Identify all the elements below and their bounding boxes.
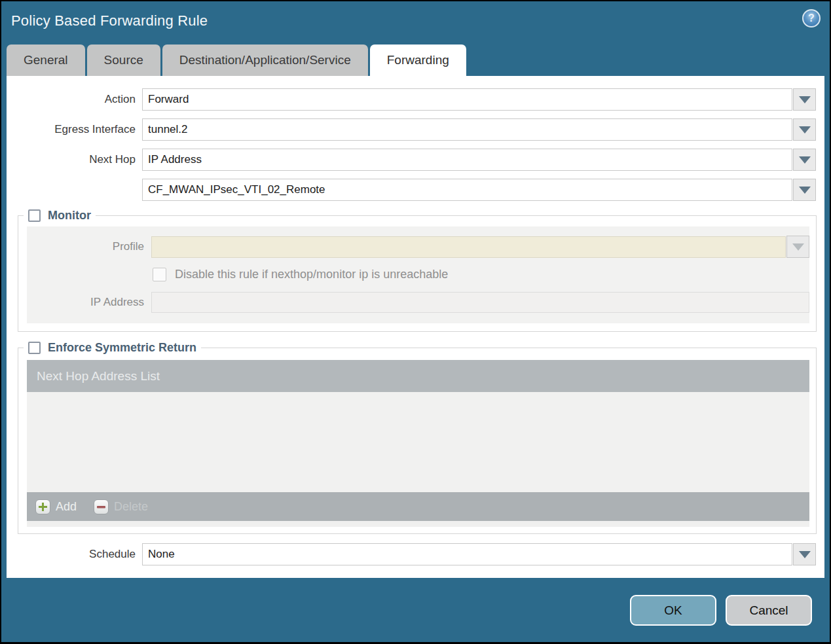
next-hop-address-dropdown-button[interactable] bbox=[793, 179, 816, 201]
symmetric-return-fieldset: Enforce Symmetric Return Next Hop Addres… bbox=[18, 341, 817, 534]
action-dropdown-button[interactable] bbox=[793, 88, 816, 111]
add-plus-icon bbox=[35, 499, 50, 514]
profile-label: Profile bbox=[27, 240, 151, 253]
dialog-footer: OK Cancel bbox=[630, 595, 812, 626]
monitor-legend-label: Monitor bbox=[48, 209, 91, 223]
forwarding-tab-panel: Action Forward Egress Interface tunnel.2… bbox=[7, 76, 824, 578]
action-label: Action bbox=[7, 93, 142, 106]
table-bottom-strip bbox=[27, 521, 809, 527]
dialog-window: Policy Based Forwarding Rule ? General S… bbox=[1, 1, 830, 642]
table-header-next-hop-address-list: Next Hop Address List bbox=[27, 360, 809, 392]
monitor-body: Profile Disable this rule if nexthop/mon… bbox=[27, 226, 809, 323]
cancel-button[interactable]: Cancel bbox=[726, 595, 812, 626]
chevron-down-icon bbox=[799, 187, 811, 194]
profile-select bbox=[151, 236, 786, 258]
tab-destination-application-service[interactable]: Destination/Application/Service bbox=[162, 45, 368, 76]
table-footer-toolbar: Add Delete bbox=[27, 492, 809, 521]
egress-interface-select[interactable]: tunnel.2 bbox=[142, 118, 792, 141]
next-hop-address-list-table: Next Hop Address List Add Delete bbox=[27, 360, 809, 521]
egress-interface-label: Egress Interface bbox=[7, 123, 142, 136]
delete-button-label: Delete bbox=[114, 500, 148, 514]
monitor-legend: Monitor bbox=[24, 209, 96, 223]
table-body-empty[interactable] bbox=[27, 392, 809, 492]
add-button-label: Add bbox=[56, 500, 77, 514]
delete-minus-icon bbox=[94, 499, 109, 514]
title-bar: Policy Based Forwarding Rule ? bbox=[1, 1, 830, 43]
monitor-ip-address-label: IP Address bbox=[27, 296, 151, 309]
profile-dropdown-button bbox=[786, 236, 809, 258]
symmetric-return-legend: Enforce Symmetric Return bbox=[24, 341, 201, 355]
symmetric-return-checkbox[interactable] bbox=[28, 342, 41, 354]
disable-rule-label: Disable this rule if nexthop/monitor ip … bbox=[175, 268, 448, 281]
delete-button: Delete bbox=[94, 499, 148, 514]
chevron-down-icon bbox=[799, 126, 811, 134]
tab-general[interactable]: General bbox=[7, 45, 85, 76]
chevron-down-icon bbox=[799, 551, 811, 558]
chevron-down-icon bbox=[792, 243, 804, 251]
next-hop-select[interactable]: IP Address bbox=[142, 149, 792, 171]
chevron-down-icon bbox=[799, 156, 811, 164]
schedule-dropdown-button[interactable] bbox=[793, 543, 816, 565]
ok-button[interactable]: OK bbox=[630, 595, 716, 626]
action-select[interactable]: Forward bbox=[142, 88, 792, 111]
egress-interface-dropdown-button[interactable] bbox=[793, 118, 816, 141]
next-hop-dropdown-button[interactable] bbox=[793, 149, 816, 171]
tab-forwarding[interactable]: Forwarding bbox=[370, 45, 466, 76]
schedule-row: Schedule None bbox=[7, 543, 816, 565]
schedule-label: Schedule bbox=[7, 548, 142, 561]
egress-interface-row: Egress Interface tunnel.2 bbox=[7, 118, 816, 141]
help-icon[interactable]: ? bbox=[802, 9, 821, 27]
monitor-ip-address-row: IP Address bbox=[27, 292, 809, 313]
next-hop-address-row: CF_MWAN_IPsec_VTI_02_Remote bbox=[7, 179, 816, 201]
next-hop-row: Next Hop IP Address bbox=[7, 149, 816, 171]
schedule-select[interactable]: None bbox=[142, 543, 792, 565]
symmetric-return-legend-label: Enforce Symmetric Return bbox=[48, 341, 196, 355]
add-button[interactable]: Add bbox=[35, 499, 77, 514]
monitor-checkbox[interactable] bbox=[28, 209, 41, 222]
action-row: Action Forward bbox=[7, 88, 816, 111]
monitor-ip-address-input bbox=[151, 292, 809, 313]
dialog-title: Policy Based Forwarding Rule bbox=[11, 12, 208, 29]
disable-rule-checkbox bbox=[153, 268, 166, 281]
chevron-down-icon bbox=[799, 96, 811, 103]
next-hop-label: Next Hop bbox=[7, 153, 142, 166]
profile-row: Profile bbox=[27, 236, 809, 258]
monitor-fieldset: Monitor Profile Disable this rule if nex… bbox=[18, 209, 817, 332]
tab-source[interactable]: Source bbox=[87, 45, 160, 76]
disable-rule-row: Disable this rule if nexthop/monitor ip … bbox=[153, 268, 809, 281]
next-hop-address-select[interactable]: CF_MWAN_IPsec_VTI_02_Remote bbox=[142, 179, 792, 201]
tab-bar: General Source Destination/Application/S… bbox=[7, 45, 466, 76]
